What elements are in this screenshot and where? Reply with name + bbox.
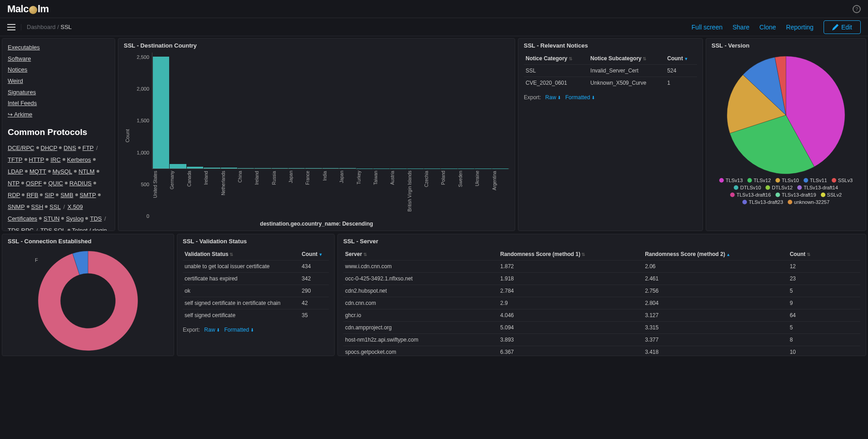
protocol-link[interactable]: SNMP — [8, 203, 25, 210]
protocol-link[interactable]: TFTP — [8, 156, 23, 163]
table-row[interactable]: cdn.ampproject.org5.0943.3155 — [343, 322, 860, 334]
protocol-link[interactable]: HTTP — [29, 156, 44, 163]
bar[interactable] — [153, 57, 169, 169]
col-category[interactable]: Notice Category — [524, 53, 589, 65]
sidebar-link[interactable]: Weird — [8, 77, 23, 84]
protocol-link[interactable]: Kerberos — [67, 156, 91, 163]
bar[interactable] — [238, 168, 254, 169]
table-row[interactable]: host-nm1h2z.api.swiftype.com3.8933.3778 — [343, 334, 860, 346]
protocol-link[interactable]: QUIC — [48, 180, 63, 187]
col-status[interactable]: Validation Status — [183, 248, 300, 261]
full-screen-link[interactable]: Full screen — [692, 24, 722, 31]
protocol-link[interactable]: DCE/RPC — [8, 145, 34, 151]
legend-item[interactable]: TLSv13-draft16 — [730, 192, 771, 198]
bar[interactable] — [204, 168, 220, 169]
protocol-link[interactable]: Syslog — [66, 215, 83, 222]
breadcrumb-root[interactable]: Dashboard — [27, 24, 56, 30]
protocol-link[interactable]: STUN — [44, 215, 59, 222]
table-row[interactable]: spocs.getpocket.com6.3673.41810 — [343, 346, 860, 357]
help-icon[interactable]: ? — [853, 5, 861, 13]
legend-item[interactable]: SSLv3 — [832, 178, 853, 183]
protocol-link[interactable]: TDS — [90, 215, 102, 222]
legend-item[interactable]: SSLv2 — [821, 192, 842, 198]
bar[interactable] — [254, 168, 271, 169]
legend-item[interactable]: TLSv12 — [747, 178, 771, 183]
protocol-link[interactable]: OSPF — [26, 180, 42, 187]
legend-item[interactable]: TLSv10 — [775, 178, 799, 183]
edit-button[interactable]: Edit — [824, 20, 861, 34]
connection-donut-chart[interactable] — [38, 251, 138, 351]
protocol-link[interactable]: FTP — [83, 145, 94, 151]
protocol-link[interactable]: IRC — [50, 156, 60, 163]
protocol-link[interactable]: RADIUS — [69, 180, 92, 187]
reporting-link[interactable]: Reporting — [786, 24, 814, 31]
sidebar-link[interactable]: Software — [8, 55, 31, 62]
bar[interactable] — [272, 168, 288, 169]
arkime-link[interactable]: Arkime — [8, 111, 32, 118]
bar[interactable] — [221, 168, 237, 169]
col-count[interactable]: Count — [665, 53, 697, 65]
protocol-link[interactable]: DHCP — [41, 145, 58, 151]
bar[interactable] — [288, 168, 305, 169]
legend-item[interactable]: TLSv11 — [804, 178, 827, 183]
protocol-link[interactable]: MQTT — [29, 168, 46, 175]
legend-item[interactable]: TLSv13-draft14 — [797, 185, 838, 190]
legend-item[interactable]: DTLSv10 — [734, 185, 761, 190]
export-formatted-link[interactable]: Formatted — [224, 327, 254, 333]
col-count[interactable]: Count — [300, 248, 329, 261]
bar[interactable] — [305, 168, 322, 169]
legend-item[interactable]: TLSv13 — [719, 178, 743, 183]
col-subcategory[interactable]: Notice Subcategory — [589, 53, 665, 65]
protocol-link[interactable]: TDS RPC — [8, 227, 34, 231]
sidebar-link[interactable]: Executables — [8, 44, 40, 51]
table-row[interactable]: unable to get local issuer certificate43… — [183, 261, 329, 273]
table-row[interactable]: cdn2.hubspot.net2.7842.7565 — [343, 285, 860, 297]
sidebar-link[interactable]: Intel Feeds — [8, 100, 37, 106]
table-row[interactable]: self signed certificate35 — [183, 309, 329, 322]
bar[interactable] — [339, 168, 356, 169]
legend-item[interactable]: DTLSv12 — [766, 185, 793, 190]
protocol-link[interactable]: TDS SQL — [40, 227, 66, 231]
version-pie-chart[interactable] — [727, 56, 845, 174]
table-row[interactable]: ghcr.io4.0463.12764 — [343, 309, 860, 322]
protocol-link[interactable]: NTLM — [78, 168, 94, 175]
table-row[interactable]: www.i.cdn.cnn.com1.8722.0612 — [343, 261, 860, 273]
table-row[interactable]: self signed certificate in certificate c… — [183, 297, 329, 309]
protocol-link[interactable]: NTP — [8, 180, 20, 187]
sidebar-link[interactable]: Signatures — [8, 89, 36, 96]
protocol-link[interactable]: DNS — [63, 145, 76, 151]
col-r1[interactable]: Randomness Score (method 1) — [498, 248, 643, 261]
table-row[interactable]: CVE_2020_0601Unknown_X509_Curve1 — [524, 77, 697, 89]
share-link[interactable]: Share — [732, 24, 749, 31]
protocol-link[interactable]: RFB — [26, 192, 38, 198]
clone-link[interactable]: Clone — [760, 24, 776, 31]
table-row[interactable]: SSLInvalid_Server_Cert524 — [524, 65, 697, 77]
legend-item[interactable]: TLSv13-draft23 — [742, 199, 783, 205]
legend-item[interactable]: TLSv13-draft19 — [775, 192, 816, 198]
bar[interactable] — [170, 164, 186, 169]
bar[interactable] — [187, 167, 203, 169]
bar[interactable] — [322, 168, 339, 169]
protocol-link[interactable]: SSH — [31, 203, 44, 210]
col-server[interactable]: Server — [343, 248, 498, 261]
table-row[interactable]: ok290 — [183, 285, 329, 297]
col-r2[interactable]: Randomness Score (method 2) — [643, 248, 788, 261]
protocol-link[interactable]: SMB — [60, 192, 73, 198]
export-raw-link[interactable]: Raw — [545, 94, 561, 101]
protocol-link[interactable]: LDAP — [8, 168, 23, 175]
protocol-link[interactable]: SMTP — [80, 192, 96, 198]
protocol-link[interactable]: RDP — [8, 192, 20, 198]
menu-toggle-icon[interactable] — [7, 24, 21, 30]
protocol-link[interactable]: SSL — [49, 203, 61, 210]
export-formatted-link[interactable]: Formatted — [566, 94, 595, 101]
col-count[interactable]: Count — [788, 248, 860, 261]
table-row[interactable]: cdn.cnn.com2.92.8049 — [343, 297, 860, 309]
export-raw-link[interactable]: Raw — [204, 327, 220, 333]
protocol-link[interactable]: MySQL — [53, 168, 72, 175]
legend-item[interactable]: unknown-32257 — [788, 199, 829, 205]
bar-chart-bars[interactable] — [152, 53, 509, 169]
protocol-link[interactable]: SIP — [44, 192, 54, 198]
table-row[interactable]: occ-0-425-3492.1.nflxso.net1.9182.46123 — [343, 273, 860, 285]
sidebar-link[interactable]: Notices — [8, 66, 27, 73]
table-row[interactable]: certificate has expired342 — [183, 273, 329, 285]
